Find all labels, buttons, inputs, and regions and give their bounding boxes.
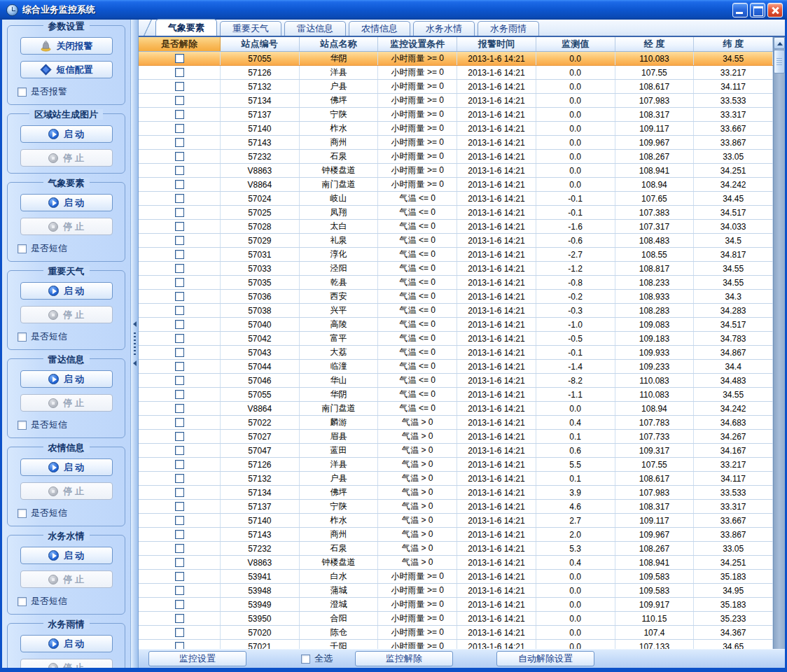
table-row[interactable]: 57132户县气温 > 0 2013-1-6 14:210.1108.61734… — [139, 472, 773, 486]
table-row[interactable]: 57040高陵气温 <= 0 2013-1-6 14:21-1.0109.083… — [139, 318, 773, 332]
row-checkbox[interactable] — [175, 110, 184, 119]
row-checkbox[interactable] — [175, 166, 184, 175]
table-row[interactable]: 57140柞水气温 > 0 2013-1-6 14:212.7109.11733… — [139, 514, 773, 528]
table-row[interactable]: 57055华阴气温 <= 0 2013-1-6 14:21-1.1110.083… — [139, 388, 773, 402]
column-header-latitude[interactable]: 纬 度 — [694, 37, 773, 51]
table-row[interactable]: 57137宁陕气温 > 0 2013-1-6 14:214.6108.31733… — [139, 500, 773, 514]
vertical-scrollbar[interactable] — [773, 37, 785, 649]
row-checkbox[interactable] — [175, 488, 184, 497]
column-header-longitude[interactable]: 经 度 — [615, 37, 695, 51]
start-button[interactable]: 启 动 — [20, 282, 113, 300]
table-row[interactable]: 57232石泉气温 > 0 2013-1-6 14:215.3108.26733… — [139, 542, 773, 556]
sms-checkbox[interactable]: 是否短信 — [18, 419, 119, 431]
table-row[interactable]: 57140柞水小时雨量 >= 0 2013-1-6 14:210.0109.11… — [139, 122, 773, 136]
row-checkbox[interactable] — [175, 138, 184, 147]
table-row[interactable]: 57126洋县小时雨量 >= 0 2013-1-6 14:210.0107.55… — [139, 66, 773, 80]
sms-checkbox[interactable]: 是否短信 — [18, 595, 119, 608]
table-row[interactable]: 57232石泉小时雨量 >= 0 2013-1-6 14:210.0108.26… — [139, 150, 773, 164]
row-checkbox[interactable] — [175, 502, 184, 511]
row-checkbox[interactable] — [175, 530, 184, 539]
row-checkbox[interactable] — [175, 404, 184, 413]
row-checkbox[interactable] — [175, 600, 184, 609]
row-checkbox[interactable] — [175, 628, 184, 637]
row-checkbox[interactable] — [175, 586, 184, 595]
table-row[interactable]: 57025凤翔气温 <= 0 2013-1-6 14:21-0.1107.383… — [139, 206, 773, 220]
table-row[interactable]: 53941白水小时雨量 >= 0 2013-1-6 14:210.0109.58… — [139, 570, 773, 584]
row-checkbox[interactable] — [175, 278, 184, 287]
table-row[interactable]: 53948蒲城小时雨量 >= 0 2013-1-6 14:210.0109.58… — [139, 584, 773, 598]
table-row[interactable]: 57020陈仓小时雨量 >= 0 2013-1-6 14:210.0107.43… — [139, 626, 773, 640]
column-header-station-id[interactable]: 站点编号 — [221, 37, 300, 51]
table-row[interactable]: 57044临潼气温 <= 0 2013-1-6 14:21-1.4109.233… — [139, 360, 773, 374]
close-button[interactable] — [767, 3, 783, 18]
table-row[interactable]: V8864南门盘道小时雨量 >= 0 2013-1-6 14:210.0108.… — [139, 178, 773, 192]
row-checkbox[interactable] — [175, 320, 184, 329]
scroll-up-icon[interactable] — [774, 37, 785, 49]
row-checkbox[interactable] — [175, 390, 184, 399]
table-row[interactable]: 57137宁陕小时雨量 >= 0 2013-1-6 14:210.0108.31… — [139, 108, 773, 122]
row-checkbox[interactable] — [175, 348, 184, 357]
stop-button[interactable]: 停 止 — [20, 394, 113, 412]
alarm-checkbox[interactable]: 是否报警 — [18, 85, 119, 98]
table-row[interactable]: 57126洋县气温 > 0 2013-1-6 14:215.5107.5533.… — [139, 458, 773, 472]
tab-4[interactable]: 水务水情 — [413, 21, 475, 36]
row-checkbox[interactable] — [175, 362, 184, 371]
table-row[interactable]: 57029礼泉气温 <= 0 2013-1-6 14:21-0.6108.483… — [139, 234, 773, 248]
table-row[interactable]: 53949澄城小时雨量 >= 0 2013-1-6 14:210.0109.91… — [139, 598, 773, 612]
monitor-settings-button[interactable]: 监控设置 — [148, 651, 246, 666]
stop-button[interactable]: 停 止 — [20, 306, 113, 323]
row-checkbox[interactable] — [175, 180, 184, 189]
table-row[interactable]: 57143商州小时雨量 >= 0 2013-1-6 14:210.0109.96… — [139, 136, 773, 150]
row-checkbox[interactable] — [175, 124, 184, 133]
table-row[interactable]: 57046华山气温 <= 0 2013-1-6 14:21-8.2110.083… — [139, 374, 773, 388]
close-alarm-button[interactable]: 关闭报警 — [20, 37, 113, 55]
table-row[interactable]: 57022麟游气温 > 0 2013-1-6 14:210.4107.78334… — [139, 416, 773, 430]
table-row[interactable]: 57043大荔气温 <= 0 2013-1-6 14:21-0.1109.933… — [139, 346, 773, 360]
tab-5[interactable]: 水务雨情 — [478, 21, 539, 36]
row-checkbox[interactable] — [175, 222, 184, 231]
row-checkbox[interactable] — [175, 544, 184, 553]
column-header-value[interactable]: 监测值 — [536, 37, 615, 51]
table-row[interactable]: 57027眉县气温 > 0 2013-1-6 14:210.1107.73334… — [139, 430, 773, 444]
row-checkbox[interactable] — [175, 376, 184, 385]
auto-release-settings-button[interactable]: 自动解除设置 — [496, 651, 594, 666]
column-header-release[interactable]: 是否解除 — [139, 37, 221, 51]
table-row[interactable]: 53950合阳小时雨量 >= 0 2013-1-6 14:210.0110.15… — [139, 612, 773, 626]
sms-checkbox[interactable]: 是否短信 — [18, 330, 119, 343]
stop-button[interactable]: 停 止 — [20, 218, 113, 235]
maximize-button[interactable] — [750, 3, 765, 18]
table-row[interactable]: 57134佛坪气温 > 0 2013-1-6 14:213.9107.98333… — [139, 486, 773, 500]
table-row[interactable]: 57134佛坪小时雨量 >= 0 2013-1-6 14:210.0107.98… — [139, 94, 773, 108]
row-checkbox[interactable] — [175, 432, 184, 441]
row-checkbox[interactable] — [175, 474, 184, 483]
table-row[interactable]: V8864南门盘道气温 <= 0 2013-1-6 14:210.0108.94… — [139, 402, 773, 416]
start-button[interactable]: 启 动 — [20, 635, 113, 652]
stop-button[interactable]: 停 止 — [20, 659, 113, 668]
tab-0[interactable]: 气象要素 — [155, 19, 217, 36]
stop-button[interactable]: 停 止 — [20, 482, 113, 500]
start-button[interactable]: 启 动 — [20, 547, 113, 564]
minimize-button[interactable] — [732, 3, 748, 18]
table-row[interactable]: 57028太白气温 <= 0 2013-1-6 14:21-1.6107.317… — [139, 220, 773, 234]
sms-checkbox[interactable]: 是否短信 — [18, 507, 119, 519]
table-row[interactable]: 57047蓝田气温 > 0 2013-1-6 14:210.6109.31734… — [139, 444, 773, 458]
table-row[interactable]: V8863钟楼盘道小时雨量 >= 0 2013-1-6 14:210.0108.… — [139, 164, 773, 178]
titlebar[interactable]: 综合业务监控系统 — [0, 0, 787, 20]
row-checkbox[interactable] — [175, 460, 184, 469]
row-checkbox[interactable] — [175, 82, 184, 91]
row-checkbox[interactable] — [175, 642, 184, 649]
table-row[interactable]: 57055华阴小时雨量 >= 0 2013-1-6 14:210.0110.08… — [139, 52, 773, 66]
row-checkbox[interactable] — [175, 614, 184, 623]
start-button[interactable]: 启 动 — [20, 458, 113, 476]
table-row[interactable]: 57024岐山气温 <= 0 2013-1-6 14:21-0.1107.653… — [139, 192, 773, 206]
row-checkbox[interactable] — [175, 68, 184, 77]
sms-checkbox[interactable]: 是否短信 — [18, 242, 119, 255]
row-checkbox[interactable] — [175, 208, 184, 217]
table-row[interactable]: 57132户县小时雨量 >= 0 2013-1-6 14:210.0108.61… — [139, 80, 773, 94]
row-checkbox[interactable] — [175, 194, 184, 203]
start-button[interactable]: 启 动 — [20, 125, 113, 143]
tab-1[interactable]: 重要天气 — [220, 21, 281, 36]
tab-2[interactable]: 雷达信息 — [284, 21, 346, 36]
row-checkbox[interactable] — [175, 516, 184, 525]
select-all-checkbox[interactable]: 全选 — [301, 652, 333, 665]
